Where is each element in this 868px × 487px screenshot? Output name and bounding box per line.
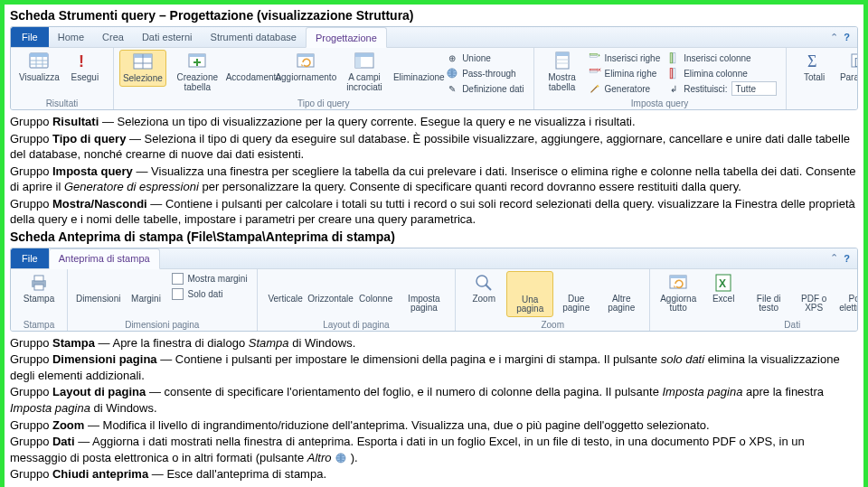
margins-icon <box>136 273 156 293</box>
help-icon[interactable]: ? <box>844 32 850 42</box>
p-dati: Gruppo Dati — Aggiorna i dati mostrati n… <box>10 434 858 465</box>
btn-verticale[interactable]: Verticale <box>263 271 308 306</box>
btn-posta-elettronica[interactable]: Posta elettronica <box>836 271 858 315</box>
btn-elimina-colonne[interactable]: Elimina colonne <box>667 66 776 80</box>
p-zoom: Gruppo Zoom — Modifica il livello di ing… <box>10 417 858 434</box>
btn-orizzontale[interactable]: Orizzontale <box>308 271 354 306</box>
group-mostra-nascondi: Totali Parametri Finestra delle propriet… <box>787 48 858 109</box>
btn-dimensioni[interactable]: Dimensioni <box>73 271 123 306</box>
crosstab-icon <box>354 52 374 71</box>
btn-inserisci-righe[interactable]: Inserisci righe <box>589 51 661 65</box>
p-risultati: Gruppo Risultati — Seleziona un tipo di … <box>10 114 858 130</box>
btn-campi-incrociati[interactable]: A campi incrociati <box>334 50 396 94</box>
two-pages-icon <box>566 273 586 293</box>
insert-cols-icon <box>667 52 680 64</box>
btn-accodamento[interactable]: Accodamento <box>229 50 278 85</box>
group-dati: Aggiorna tutto Excel File di testo PDF o… <box>650 269 858 331</box>
checkbox-icon <box>172 273 184 285</box>
group-label: Dimensioni pagina <box>73 319 251 330</box>
pdf-icon <box>804 273 824 293</box>
btn-esegui[interactable]: Esegui <box>62 50 108 85</box>
row-restituisci: ↲ Restituisci: Tutte <box>667 81 776 96</box>
btn-unione[interactable]: ⊕Unione <box>446 51 524 65</box>
group-tipo-query: Selezione Creazione tabella Accodamento … <box>114 48 534 109</box>
btn-excel[interactable]: Excel <box>701 271 746 306</box>
btn-stampa[interactable]: Stampa <box>16 271 61 306</box>
btn-parametri[interactable]: Parametri <box>837 50 858 85</box>
tab-file[interactable]: File <box>11 248 49 268</box>
tab-dati-esterni[interactable]: Dati esterni <box>133 27 202 47</box>
excel-icon <box>713 273 733 293</box>
mail-icon <box>850 273 858 293</box>
btn-label: Stampa <box>24 295 54 304</box>
btn-piu-pagine[interactable]: Altre pagine <box>599 271 644 315</box>
table-icon <box>29 52 49 71</box>
chk-solo-dati[interactable]: Solo dati <box>172 287 247 302</box>
btn-due-pagine[interactable]: Due pagine <box>553 271 599 315</box>
more-pages-icon <box>611 273 631 293</box>
zoom-icon <box>474 273 494 293</box>
columns-icon <box>366 273 386 293</box>
btn-label: Selezione <box>123 74 163 84</box>
tab-home[interactable]: Home <box>49 27 93 47</box>
btn-pass-through[interactable]: Pass-through <box>446 66 524 80</box>
minimize-ribbon-icon[interactable]: ⌃ <box>830 252 838 264</box>
btn-creazione-tabella[interactable]: Creazione tabella <box>166 50 229 94</box>
group-label: Tipo di query <box>119 98 528 108</box>
btn-label: Esegui <box>71 73 99 83</box>
group-layout-pagina: Verticale Orizzontale Colonne Imposta pa… <box>258 269 457 331</box>
btn-visualizza[interactable]: Visualizza <box>16 50 62 85</box>
landscape-icon <box>321 273 341 293</box>
btn-margini[interactable]: Margini <box>123 271 168 306</box>
help-icon[interactable]: ? <box>844 253 850 264</box>
btn-totali[interactable]: Totali <box>792 50 837 85</box>
p-layout-pagina: Gruppo Layout di pagina — consente di sp… <box>10 384 858 416</box>
btn-definizione-dati[interactable]: ✎Definizione dati <box>446 81 524 96</box>
btn-selezione[interactable]: Selezione <box>119 50 166 87</box>
p-mostra-nascondi: Gruppo Mostra/Nascondi — Contiene i puls… <box>10 196 858 228</box>
btn-inserisci-colonne[interactable]: Inserisci colonne <box>667 51 776 65</box>
tab-file[interactable]: File <box>11 27 49 47</box>
btn-file-testo[interactable]: File di testo <box>746 271 791 315</box>
return-icon: ↲ <box>667 82 680 95</box>
btn-label: Mostra tabella <box>542 73 582 92</box>
passthrough-icon <box>446 67 458 80</box>
append-icon <box>243 52 263 71</box>
refresh-all-icon <box>668 273 688 293</box>
group-dimensioni-pagina: Dimensioni Margini Mostra margini Solo d… <box>68 269 258 331</box>
btn-label: Parametri <box>840 73 858 83</box>
minimize-ribbon-icon[interactable]: ⌃ <box>830 32 838 43</box>
btn-aggiorna-tutto[interactable]: Aggiorna tutto <box>656 271 701 315</box>
restituisci-combo[interactable]: Tutte <box>731 81 777 96</box>
group-stampa: Stampa Stampa <box>11 269 68 331</box>
ribbon-anteprima: File Anteprima di stampa ⌃ ? Stampa Stam… <box>10 248 858 332</box>
group-label: Mostra/Nascondi <box>792 98 858 108</box>
btn-eliminazione[interactable]: Eliminazione <box>395 50 442 85</box>
btn-label: Accodamento <box>226 73 281 83</box>
tab-crea[interactable]: Crea <box>93 27 133 47</box>
btn-zoom[interactable]: Zoom <box>461 271 506 306</box>
p-dimensioni-pagina: Gruppo Dimensioni pagina — Contiene i pu… <box>10 351 858 383</box>
btn-mostra-tabella[interactable]: Mostra tabella <box>540 50 585 94</box>
btn-generatore[interactable]: Generatore <box>589 81 661 96</box>
btn-imposta-pagina[interactable]: Imposta pagina <box>399 271 450 315</box>
btn-elimina-righe[interactable]: Elimina righe <box>589 66 661 80</box>
p-chiudi-anteprima: Gruppo Chiudi anteprima — Esce dall'ante… <box>10 466 858 482</box>
btn-una-pagina[interactable]: Una pagina <box>506 271 553 317</box>
chk-mostra-margini[interactable]: Mostra margini <box>172 272 247 286</box>
group-label: Risultati <box>16 98 108 108</box>
group-risultati: Visualizza Esegui Risultati <box>11 48 114 109</box>
run-icon <box>75 52 95 71</box>
btn-pdf-xps[interactable]: PDF o XPS <box>791 271 836 315</box>
builder-icon <box>589 82 601 95</box>
btn-aggiornamento[interactable]: Aggiornamento <box>278 50 334 85</box>
ribbon-progettazione: File Home Crea Dati esterni Strumenti da… <box>10 26 858 110</box>
btn-label: A campi incrociati <box>336 73 393 92</box>
tab-progettazione[interactable]: Progettazione <box>306 27 387 48</box>
grid-icon <box>133 52 153 72</box>
group-label: Zoom <box>461 319 644 330</box>
page-size-icon <box>89 273 108 293</box>
btn-colonne[interactable]: Colonne <box>354 271 399 306</box>
delete-cols-icon <box>667 67 680 80</box>
page-setup-icon <box>414 273 434 293</box>
